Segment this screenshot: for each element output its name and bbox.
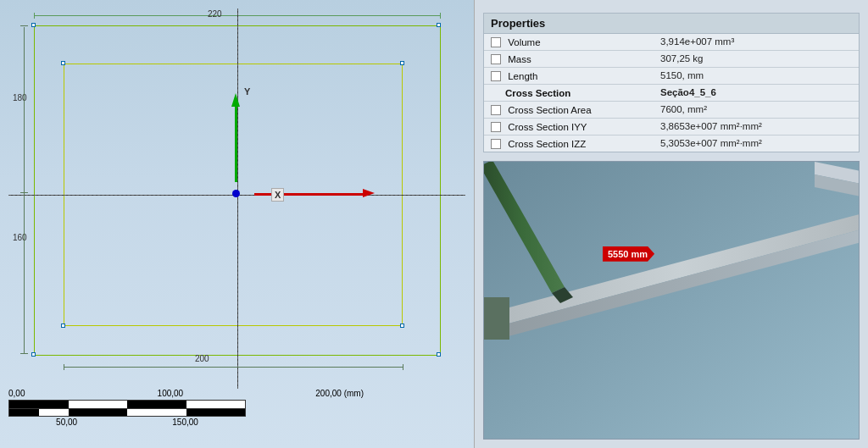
prop-checkbox-volume[interactable]: [491, 37, 501, 47]
corner-tl: [31, 23, 36, 27]
prop-row-cs-izz: Cross Section IZZ 5,3053e+007 mm²·mm²: [484, 135, 859, 151]
y-arrow-head: [231, 93, 240, 107]
scale-label-50: 50,00: [56, 418, 77, 427]
scale-bar-main: [8, 400, 246, 409]
dim-bottom-right-tick: [403, 364, 403, 370]
scale-seg-4: [186, 401, 246, 408]
prop-value-cs-iyy: 3,8653e+007 mm²·mm²: [654, 118, 859, 135]
axis-vertical: [237, 8, 238, 389]
dim-left-bottom-label: 160: [13, 233, 27, 242]
inner-corner-tr: [400, 61, 404, 65]
properties-table-body: Volume 3,914e+007 mm³ Mass 307,25 kg Len…: [484, 34, 859, 152]
inner-corner-bl: [61, 324, 65, 328]
prop-checkbox-cs-iyy[interactable]: [491, 122, 501, 132]
prop-value-cross-section: Seção4_5_6: [654, 84, 859, 101]
prop-row-cs-iyy: Cross Section IYY 3,8653e+007 mm²·mm²: [484, 118, 859, 135]
corner-bl: [31, 352, 36, 357]
cad-panel: 220 180 160 200 Y X: [0, 0, 475, 448]
distance-label: 5550 mm: [603, 246, 654, 262]
prop-row-mass: Mass 307,25 kg: [484, 50, 859, 67]
prop-text-cs-iyy: Cross Section IYY: [508, 122, 587, 132]
prop-label-volume: Volume: [484, 34, 654, 50]
scale-label-100: 100,00: [158, 389, 184, 398]
prop-text-mass: Mass: [508, 54, 531, 64]
dim-left-top-label: 180: [13, 93, 27, 102]
prop-checkbox-cs-izz[interactable]: [491, 139, 501, 149]
prop-label-cross-section: Cross Section: [484, 84, 654, 101]
prop-label-cs-area: Cross Section Area: [484, 101, 654, 118]
dim-left-top-tick: [20, 25, 28, 26]
dim-left-bottom-tick: [20, 353, 28, 354]
origin-point: [232, 190, 240, 197]
scale-sub-seg-4: [127, 409, 186, 416]
prop-checkbox-mass[interactable]: [491, 54, 501, 64]
prop-checkbox-cs-area[interactable]: [491, 105, 501, 115]
prop-row-volume: Volume 3,914e+007 mm³: [484, 34, 859, 50]
scale-bar: 0,00 100,00 200,00 (mm) 50,00 150,00: [8, 389, 465, 440]
prop-text-cs-izz: Cross Section IZZ: [508, 139, 586, 149]
dim-bottom-left-tick: [64, 364, 64, 370]
scale-seg-1: [9, 401, 69, 408]
3d-scene-svg: [484, 162, 859, 439]
prop-value-mass: 307,25 kg: [654, 50, 859, 67]
x-arrow-head: [363, 189, 375, 197]
x-axis-label: X: [271, 188, 284, 202]
inner-corner-br: [400, 324, 404, 328]
scale-label-150: 150,00: [172, 418, 198, 427]
prop-row-cs-area: Cross Section Area 7600, mm²: [484, 101, 859, 118]
prop-value-volume: 3,914e+007 mm³: [654, 34, 859, 50]
scale-sub-seg-3: [69, 409, 128, 416]
properties-header: Properties: [484, 14, 859, 34]
prop-text-length: Length: [508, 71, 537, 81]
scale-seg-3: [127, 401, 186, 408]
properties-panel: Properties Volume 3,914e+007 mm³ Mass 30…: [483, 13, 860, 152]
dim-top-label: 220: [208, 9, 222, 19]
corner-tr: [437, 23, 441, 27]
prop-text-volume: Volume: [508, 37, 540, 47]
prop-text-cross-section: Cross Section: [491, 88, 570, 98]
prop-label-mass: Mass: [484, 50, 654, 67]
corner-br: [437, 352, 441, 357]
scale-label-0: 0,00: [8, 389, 25, 398]
prop-label-cs-izz: Cross Section IZZ: [484, 135, 654, 151]
floor-element: [484, 297, 509, 340]
scale-sub-seg-2: [39, 409, 69, 416]
prop-value-cs-izz: 5,3053e+007 mm²·mm²: [654, 135, 859, 151]
right-panel: Properties Volume 3,914e+007 mm³ Mass 30…: [475, 0, 868, 448]
scale-sub-seg-1: [9, 409, 39, 416]
dim-left-line: [24, 27, 25, 353]
prop-row-cross-section: Cross Section Seção4_5_6: [484, 84, 859, 101]
cad-drawing-area: 220 180 160 200 Y X: [8, 8, 465, 389]
prop-label-cs-iyy: Cross Section IYY: [484, 118, 654, 135]
prop-checkbox-length[interactable]: [491, 71, 501, 81]
prop-label-length: Length: [484, 67, 654, 84]
inner-corner-tl: [61, 61, 65, 65]
scale-sub-seg-5: [186, 409, 246, 416]
scale-seg-2: [69, 401, 128, 408]
y-axis-label: Y: [244, 86, 250, 97]
dim-bottom-line: [64, 367, 403, 368]
dim-left-mid-tick: [20, 192, 28, 193]
y-arrow-shaft: [235, 106, 237, 182]
prop-value-cs-area: 7600, mm²: [654, 101, 859, 118]
3d-view-panel: 5550 mm: [483, 161, 860, 440]
prop-row-length: Length 5150, mm: [484, 67, 859, 84]
scale-label-200: 200,00 (mm): [315, 389, 364, 398]
prop-value-length: 5150, mm: [654, 67, 859, 84]
scale-bar-sub: [8, 409, 246, 417]
dim-bottom-label: 200: [195, 354, 209, 363]
prop-text-cs-area: Cross Section Area: [508, 105, 591, 115]
